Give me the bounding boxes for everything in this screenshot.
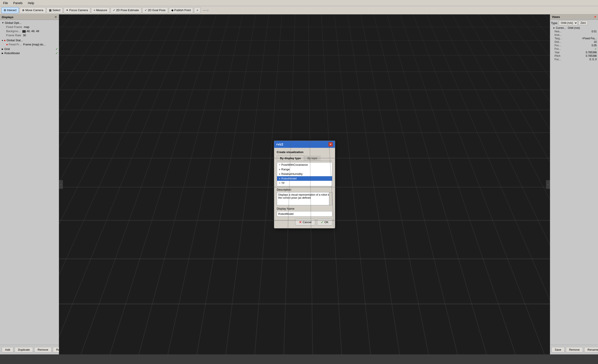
focus-camera-icon: ✦	[66, 8, 68, 12]
current-view-value: Orbit (rviz)	[568, 26, 580, 30]
list-item-relativehumidity[interactable]: ◈ RelativeHumidity	[277, 172, 332, 176]
modal-title: rviz2	[276, 143, 283, 146]
invert-row: Inve...	[551, 33, 597, 37]
toolbar-2d-goal[interactable]: ✓ 2D Goal Pose	[142, 7, 168, 13]
menu-help[interactable]: Help	[26, 1, 35, 5]
remove-button[interactable]: Remove	[34, 347, 51, 352]
displays-header: Displays ✕	[0, 14, 59, 20]
near-clip-row: Nea... 0.01	[551, 30, 597, 33]
viewport[interactable]: ‹ › rviz2 ✕ Create visualization By disp…	[59, 14, 550, 354]
robot-icon: ◈	[279, 177, 281, 180]
grid-row[interactable]: ▶ Grid ✓	[0, 47, 59, 51]
list-item-tf[interactable]: ✦ TF	[277, 181, 332, 185]
toolbar-arrow: —›	[203, 8, 209, 13]
displays-close[interactable]: ✕	[54, 15, 57, 19]
measure-icon: =	[93, 8, 95, 12]
views-rename-button[interactable]: Rename	[584, 347, 598, 352]
global-status-arrow[interactable]: ●	[2, 39, 3, 41]
toolbar-measure[interactable]: = Measure	[91, 7, 109, 13]
views-bottom-bar: Save Remove Rename	[550, 345, 598, 354]
robot-model-row[interactable]: ▶ RobotModel ✓	[0, 51, 59, 55]
select-icon: ▦	[49, 8, 51, 12]
tab-bar: By display type By topic	[277, 155, 332, 161]
displays-content: ▼ Global Opti... Fixed Frame map Backgro…	[0, 20, 59, 345]
robot-model-arrow[interactable]: ▶	[2, 52, 3, 54]
toolbar-move-camera[interactable]: ⊕ Move Camera	[20, 7, 46, 13]
displays-title: Displays	[2, 16, 13, 19]
display-name-label: Display Name	[277, 207, 332, 210]
fixed-frame-status-dot: ●	[6, 43, 8, 46]
tab-display-type[interactable]: By display type	[277, 155, 304, 161]
publish-point-icon: ◆	[171, 8, 174, 12]
modal-title-bar: rviz2 ✕	[274, 141, 335, 148]
views-save-button[interactable]: Save	[551, 347, 565, 352]
distance-row: Dist... 10	[551, 40, 597, 44]
toolbar-2d-pose[interactable]: ✓ 2D Pose Estimate	[111, 7, 141, 13]
frame-rate-row: Frame Rate 30	[0, 33, 59, 37]
focal-point-row: Foc... 0; 0; 0	[551, 58, 597, 61]
cancel-button[interactable]: ✕ Cancel	[295, 219, 315, 226]
views-pin: 📌	[594, 16, 596, 18]
plus-icon: +	[196, 8, 198, 12]
views-remove-button[interactable]: Remove	[566, 347, 583, 352]
description-label: Description:	[277, 188, 332, 191]
views-title: Views	[552, 15, 560, 19]
global-status-group: ● ● Global Stat... ● Fixed Fr... Frame […	[0, 38, 59, 47]
views-panel: Views 📌 Type: Orbit (rviz) Zero ▼ Curren…	[550, 14, 598, 354]
displays-panel: Displays ✕ ▼ Global Opti... Fixed Frame …	[0, 14, 59, 354]
global-status-dot: ●	[4, 39, 6, 42]
2d-goal-icon: ✓	[145, 8, 147, 12]
display-name-input[interactable]	[277, 211, 332, 217]
current-view-row[interactable]: ▼ Curren... Orbit (rviz)	[551, 26, 597, 30]
toolbar-interact[interactable]: ⊞ Interact	[1, 7, 19, 13]
modal-close-button[interactable]: ✕	[328, 142, 333, 146]
toolbar: ⊞ Interact ⊕ Move Camera ▦ Select ✦ Focu…	[0, 6, 598, 14]
move-camera-icon: ⊕	[22, 8, 25, 12]
range-icon: ◈	[279, 168, 281, 170]
list-item-range[interactable]: ◈ Range	[277, 167, 332, 172]
toolbar-publish-point[interactable]: ◆ Publish Point	[169, 7, 193, 13]
description-box: Displays a visual representation of a ro…	[277, 192, 332, 205]
menu-file[interactable]: File	[2, 1, 9, 5]
current-view-arrow[interactable]: ▼	[553, 27, 555, 29]
pose-cov-icon: ✦	[279, 163, 281, 166]
global-status-row[interactable]: ● ● Global Stat...	[0, 38, 59, 42]
grid-arrow[interactable]: ▶	[2, 48, 3, 50]
type-label: Type:	[551, 21, 558, 25]
grid-label: Grid	[4, 47, 10, 51]
modal-body: Create visualization By display type By …	[274, 148, 335, 228]
toolbar-plus[interactable]: +	[194, 7, 200, 13]
modal-section-title: Create visualization	[277, 150, 332, 154]
visualization-list[interactable]: ✦ PoseWithCovariance ◈ Range ◈ RelativeH…	[277, 162, 332, 186]
background-color-swatch[interactable]	[22, 30, 26, 33]
cancel-label: Cancel	[303, 220, 311, 224]
add-button[interactable]: Add	[2, 347, 13, 352]
2d-pose-icon: ✓	[113, 8, 115, 12]
main-layout: Displays ✕ ▼ Global Opti... Fixed Frame …	[0, 14, 598, 354]
global-options-arrow[interactable]: ▼	[2, 22, 4, 24]
robot-model-check: ✓	[56, 51, 58, 55]
modal-overlay: rviz2 ✕ Create visualization By display …	[59, 14, 550, 354]
menu-panels[interactable]: Panels	[12, 1, 24, 5]
views-zero-button[interactable]: Zero	[579, 21, 588, 25]
list-item-posecovariance[interactable]: ✦ PoseWithCovariance	[277, 162, 332, 167]
target-frame-row: Targ... <Fixed Fra...	[551, 37, 597, 40]
views-type-select[interactable]: Orbit (rviz)	[559, 21, 578, 25]
global-options-group: ▼ Global Opti... Fixed Frame map Backgro…	[0, 20, 59, 38]
list-item-robotmodel[interactable]: ◈ RobotModel	[277, 176, 332, 181]
global-options-label: Global Opti...	[5, 21, 21, 24]
menu-bar: File Panels Help	[0, 0, 598, 6]
ok-icon: ✓	[321, 220, 324, 224]
yaw-row: Yaw 0.785398	[551, 51, 597, 54]
duplicate-button[interactable]: Duplicate	[15, 347, 33, 352]
ok-button[interactable]: ✓ OK	[317, 219, 332, 226]
toolbar-focus-camera[interactable]: ✦ Focus Camera	[64, 7, 90, 13]
tab-topic[interactable]: By topic	[304, 155, 321, 161]
background-row: Backgrou... 48; 48; 48	[0, 29, 59, 33]
toolbar-select[interactable]: ▦ Select	[47, 7, 63, 13]
description-scrollbar[interactable]	[329, 192, 332, 205]
grid-check: ✓	[56, 47, 58, 51]
humidity-icon: ◈	[279, 173, 281, 175]
views-content: Type: Orbit (rviz) Zero ▼ Curren... Orbi…	[550, 20, 598, 345]
global-options-row[interactable]: ▼ Global Opti...	[0, 21, 59, 25]
